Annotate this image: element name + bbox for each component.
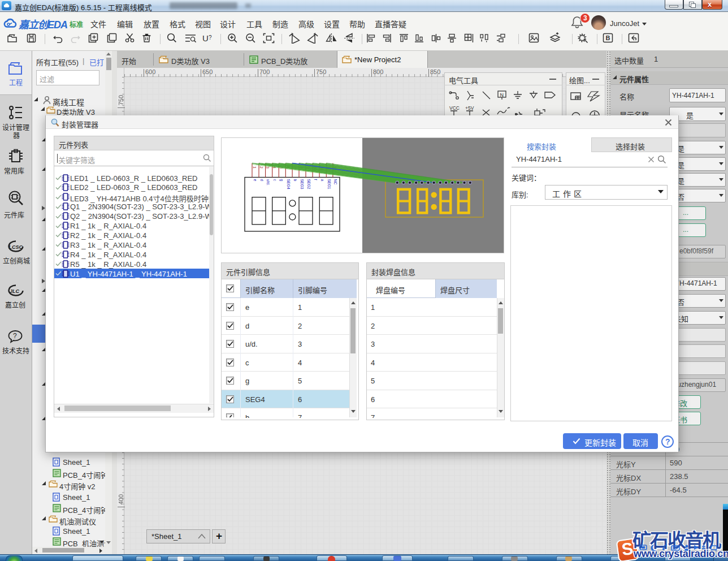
- svg-text:SEG3: SEG3: [300, 179, 304, 189]
- svg-text:f: f: [314, 179, 318, 180]
- svg-text:2: 2: [259, 166, 263, 169]
- svg-text:?: ?: [13, 332, 17, 340]
- svg-text:d: d: [260, 179, 264, 182]
- svg-text:SEG1: SEG1: [327, 179, 331, 189]
- svg-text:N: N: [500, 92, 504, 98]
- svg-text:B: B: [606, 34, 610, 41]
- svg-text:b: b: [293, 179, 297, 182]
- svg-text:SEG2: SEG2: [307, 179, 311, 189]
- svg-text:+5V: +5V: [465, 105, 474, 111]
- svg-text:NC: NC: [333, 179, 337, 185]
- svg-text:?: ?: [209, 34, 212, 41]
- svg-text:SEG4: SEG4: [287, 179, 291, 189]
- svg-text:U: U: [202, 33, 209, 43]
- svg-text:VCC: VCC: [449, 105, 460, 111]
- svg-text:e: e: [253, 179, 257, 182]
- svg-text:c: c: [273, 179, 277, 182]
- svg-text:1: 1: [253, 166, 257, 169]
- svg-text:JLC: JLC: [10, 288, 20, 294]
- svg-text:g: g: [279, 179, 284, 182]
- svg-text:LCSC: LCSC: [9, 244, 23, 250]
- svg-text:u/d.: u/d.: [266, 179, 270, 185]
- svg-text:a: a: [320, 179, 324, 182]
